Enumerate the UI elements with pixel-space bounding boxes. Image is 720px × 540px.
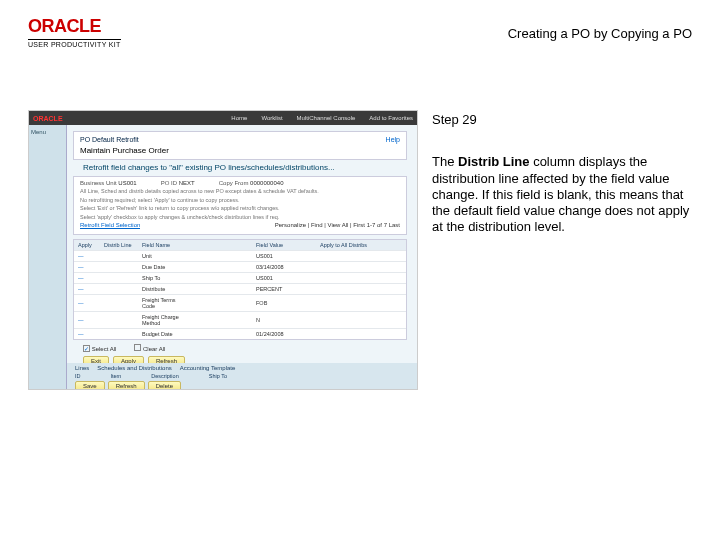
table-row: —Budget Date01/24/2008	[74, 328, 406, 339]
retrofit-link[interactable]: Retrofit Field Selection	[80, 222, 140, 229]
panel-header: PO Default Retrofit Help Maintain Purcha…	[73, 131, 407, 160]
copy-label: Copy From	[219, 180, 249, 186]
table-row: —DistributePERCENT	[74, 283, 406, 294]
select-all-label: Select All	[92, 346, 117, 352]
page-title: Maintain Purchase Order	[80, 146, 400, 155]
nav-console[interactable]: MultiChannel Console	[297, 115, 356, 121]
desc-prefix: The	[432, 154, 458, 169]
nav-favorites[interactable]: Add to Favorites	[369, 115, 413, 121]
footer-tab-sched[interactable]: Schedules and Distributions	[97, 365, 171, 371]
poid-label: PO ID	[161, 180, 177, 186]
delete-button[interactable]: Delete	[148, 381, 181, 390]
col-field-value: Field Value	[256, 242, 316, 248]
table-row: —Ship ToUS001	[74, 272, 406, 283]
breadcrumb: PO Default Retrofit	[80, 136, 139, 143]
topbar-nav: Home Worklist MultiChannel Console Add t…	[231, 115, 413, 121]
retrofit-banner: Retrofit field changes to "all" existing…	[83, 163, 401, 172]
desc-bold: Distrib Line	[458, 154, 530, 169]
clear-all-label: Clear All	[143, 346, 165, 352]
bu-label: Business Unit	[80, 180, 117, 186]
bu-value: US001	[118, 180, 136, 186]
nav-worklist[interactable]: Worklist	[261, 115, 282, 121]
note-3: Select 'Exit' or 'Refresh' link to retur…	[80, 205, 400, 212]
step-label: Step 29	[432, 112, 692, 128]
instruction-pane: Step 29 The Distrib Line column displays…	[432, 110, 692, 390]
col-field-name: Field Name	[142, 242, 188, 248]
copy-value: 0000000040	[250, 180, 283, 186]
pager-text[interactable]: Personalize | Find | View All | First 1-…	[275, 222, 400, 229]
step-description: The Distrib Line column displays the dis…	[432, 154, 692, 235]
save-button[interactable]: Save	[75, 381, 105, 390]
app-brand: ORACLE	[33, 115, 63, 122]
checkbox-row: ✓ Select All Clear All	[83, 344, 401, 352]
footer-field-id: ID	[75, 373, 81, 379]
nav-home[interactable]: Home	[231, 115, 247, 121]
note-1: All Line, Sched and distrib details copi…	[80, 188, 400, 195]
footer-tab-lines[interactable]: Lines	[75, 365, 89, 371]
product-kit-label: USER PRODUCTIVITY KIT	[28, 39, 121, 48]
footer-tab-acct[interactable]: Accounting Template	[180, 365, 236, 371]
table-row: —UnitUS001	[74, 250, 406, 261]
col-apply-all: Apply to All Distribs	[320, 242, 402, 248]
retrofit-table: Apply Distrib Line Field Name Field Valu…	[73, 239, 407, 340]
info-panel: Business Unit US001 PO ID NEXT Copy From…	[73, 176, 407, 235]
app-topbar: ORACLE Home Worklist MultiChannel Consol…	[29, 111, 417, 125]
table-row: —Freight Terms CodeFOB	[74, 294, 406, 311]
footer-field-shipto: Ship To	[209, 373, 227, 379]
col-distrib-line: Distrib Line	[104, 242, 138, 248]
select-all-checkbox[interactable]: ✓	[83, 345, 90, 352]
sidebar-menu[interactable]: Menu	[31, 129, 64, 135]
footer-field-item: Item	[111, 373, 122, 379]
col-apply: Apply	[78, 242, 100, 248]
table-header: Apply Distrib Line Field Name Field Valu…	[74, 240, 406, 250]
clear-all-checkbox[interactable]	[134, 344, 141, 351]
table-row: —Freight Charge MethodN	[74, 311, 406, 328]
doc-title: Creating a PO by Copying a PO	[508, 26, 692, 41]
left-sidebar: Menu	[29, 125, 67, 389]
footer-refresh-button[interactable]: Refresh	[108, 381, 145, 390]
note-2: No retrofitting required; select 'Apply'…	[80, 197, 400, 204]
embedded-screenshot: ORACLE Home Worklist MultiChannel Consol…	[28, 110, 418, 390]
brand-logo: ORACLE USER PRODUCTIVITY KIT	[28, 16, 121, 48]
help-link[interactable]: Help	[386, 136, 400, 143]
table-row: —Due Date03/14/2008	[74, 261, 406, 272]
footer-field-desc: Description	[151, 373, 179, 379]
footer-area: Lines Schedules and Distributions Accoun…	[67, 363, 417, 389]
oracle-wordmark: ORACLE	[28, 16, 121, 37]
poid-value: NEXT	[179, 180, 195, 186]
note-4: Select 'apply' checkbox to apply changes…	[80, 214, 400, 221]
main-area: PO Default Retrofit Help Maintain Purcha…	[67, 125, 417, 363]
